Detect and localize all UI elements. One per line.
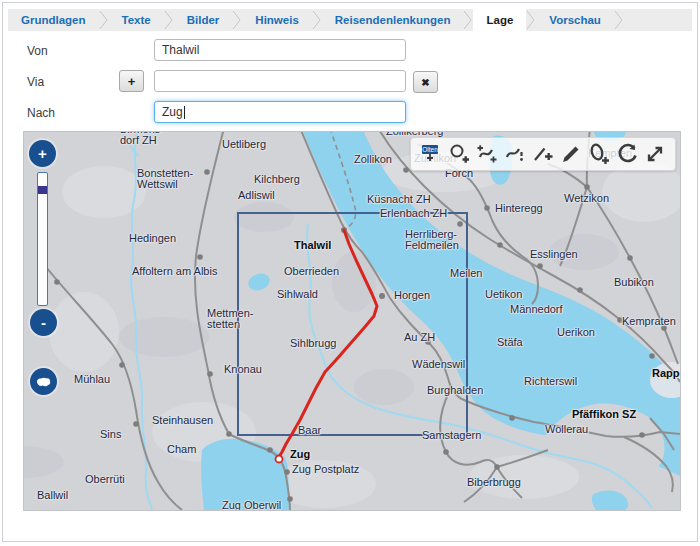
page: Grundlagen Texte Bilder Hinweis Reisende… (2, 2, 698, 542)
text-caret (184, 106, 185, 119)
tab-label: Vorschau (549, 14, 601, 26)
chevron-separator-icon (312, 9, 322, 31)
von-input[interactable]: Thalwil (154, 39, 406, 61)
tab-lage[interactable]: Lage (473, 9, 526, 31)
wizard-tabbar: Grundlagen Texte Bilder Hinweis Reisende… (8, 9, 692, 31)
tab-vorschau[interactable]: Vorschau (536, 9, 614, 31)
chevron-separator-icon (463, 9, 473, 31)
tab-reisendenlenkungen[interactable]: Reisendenlenkungen (322, 9, 464, 31)
chevron-separator-icon (614, 9, 624, 31)
nach-input[interactable]: Zug (154, 101, 406, 123)
tab-grundlagen[interactable]: Grundlagen (8, 9, 99, 31)
tab-label: Texte (122, 14, 151, 26)
route-map[interactable]: Birmens- dorf ZHUetlibergZollikerbergZol… (23, 131, 681, 511)
map-canvas (24, 132, 680, 510)
tab-bilder[interactable]: Bilder (174, 9, 233, 31)
tab-label: Hinweis (255, 14, 298, 26)
via-remove-button[interactable]: ✖ (413, 71, 438, 93)
zoom-in-button[interactable]: + (29, 140, 56, 167)
tab-label: Reisendenlenkungen (335, 14, 451, 26)
tab-label: Lage (486, 14, 513, 26)
svg-text:Olten: Olten (422, 146, 438, 153)
nach-label: Nach (27, 106, 55, 120)
zoom-slider-handle[interactable] (38, 186, 47, 194)
via-add-button[interactable]: + (119, 70, 144, 92)
chevron-separator-icon (164, 9, 174, 31)
add-ellipse-icon[interactable] (587, 142, 611, 166)
tab-label: Grundlagen (21, 14, 86, 26)
draw-pencil-icon[interactable] (559, 142, 583, 166)
chevron-separator-icon (99, 9, 109, 31)
route-end-marker (276, 456, 283, 463)
edit-route-icon[interactable] (503, 142, 527, 166)
close-icon: ✖ (421, 77, 429, 88)
nach-value: Zug (162, 105, 183, 119)
tab-label: Bilder (187, 14, 220, 26)
plus-icon: + (128, 74, 136, 89)
swiss-extent-button[interactable] (30, 368, 57, 395)
plus-icon: + (38, 145, 47, 162)
chevron-separator-icon (526, 9, 536, 31)
via-input[interactable] (154, 70, 406, 92)
add-line-icon[interactable] (531, 142, 555, 166)
tab-texte[interactable]: Texte (109, 9, 164, 31)
via-label: Via (27, 75, 44, 89)
minus-icon: - (41, 314, 46, 331)
refresh-icon[interactable] (615, 142, 639, 166)
chevron-separator-icon (232, 9, 242, 31)
swiss-flag-icon (35, 376, 52, 388)
tabbar-filler (624, 9, 692, 31)
von-value: Thalwil (162, 43, 199, 57)
zoom-out-button[interactable]: - (30, 309, 57, 336)
von-label: Von (27, 44, 48, 58)
add-named-marker-icon[interactable]: Olten (419, 142, 443, 166)
add-point-icon[interactable] (447, 142, 471, 166)
map-drawing-toolbar: Olten (410, 137, 676, 171)
zoom-slider[interactable] (37, 172, 48, 306)
add-route-icon[interactable] (475, 142, 499, 166)
fullscreen-icon[interactable] (643, 142, 667, 166)
tab-hinweis[interactable]: Hinweis (242, 9, 311, 31)
